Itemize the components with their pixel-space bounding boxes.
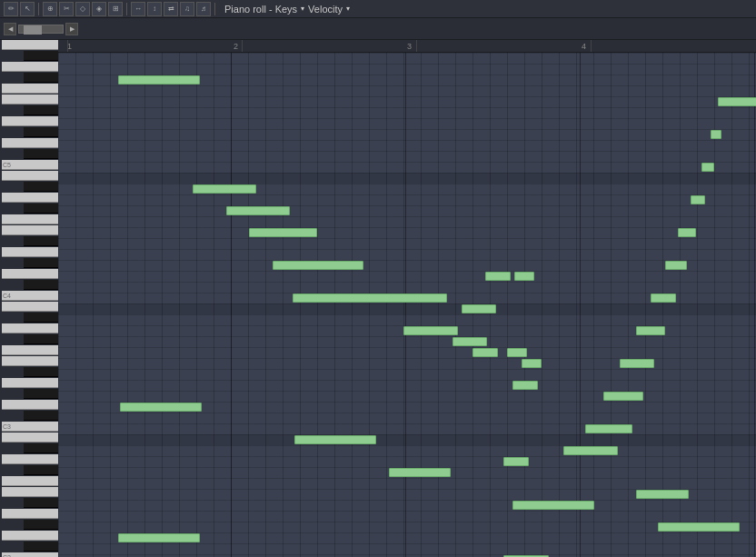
note-block[interactable]: [678, 228, 696, 237]
note-block[interactable]: [462, 304, 496, 313]
timeline-ruler: 12345: [58, 40, 756, 53]
note-block[interactable]: [522, 359, 542, 368]
beat-line: [580, 53, 581, 557]
note-block[interactable]: [472, 348, 498, 357]
piano-key-label: C4: [3, 293, 11, 299]
tool-select[interactable]: ↖: [20, 2, 35, 16]
note-block[interactable]: [512, 381, 538, 390]
c-row-highlight: [58, 173, 756, 184]
tool-pencil[interactable]: ✏: [4, 2, 18, 16]
separator-1: [38, 3, 39, 15]
window-title: Piano roll - Keys: [224, 4, 297, 15]
main-area: C5C4C3C2 12345: [0, 40, 756, 557]
note-block[interactable]: [193, 184, 256, 194]
note-block[interactable]: [620, 359, 654, 368]
note-block[interactable]: [403, 326, 458, 335]
separator-3: [214, 3, 215, 15]
window-title-area: Piano roll - Keys ▾ Velocity ▾: [224, 4, 350, 15]
note-block[interactable]: [503, 457, 529, 466]
c-row-highlight: [58, 303, 756, 314]
beat-line-ruler: [591, 40, 592, 52]
beat-line: [231, 53, 232, 557]
note-block[interactable]: [651, 293, 676, 303]
beat-line-ruler: [242, 40, 243, 52]
velocity-label: Velocity: [308, 4, 343, 15]
note-block[interactable]: [603, 392, 643, 401]
tool-flip-v[interactable]: ↕: [147, 2, 162, 16]
tool-chord[interactable]: ♫: [180, 2, 194, 16]
keys-dropdown-arrow[interactable]: ▾: [301, 5, 304, 13]
piano-keyboard: C5C4C3C2: [0, 40, 58, 557]
beat-line-ruler: [416, 40, 417, 52]
note-block[interactable]: [453, 337, 487, 346]
grid-container: 12345: [58, 40, 756, 557]
separator-2: [126, 3, 127, 15]
scroll-right-btn[interactable]: ▶: [65, 23, 78, 35]
c-row-highlight: [58, 434, 756, 445]
tool-mute[interactable]: ◈: [92, 2, 106, 16]
note-block[interactable]: [485, 272, 511, 281]
note-block[interactable]: [249, 228, 317, 237]
note-block[interactable]: [636, 490, 689, 499]
note-block[interactable]: [293, 293, 447, 303]
scroll-left-btn[interactable]: ◀: [4, 23, 16, 35]
note-block[interactable]: [691, 195, 705, 204]
beat-line-ruler: [67, 40, 68, 52]
beat-line: [754, 53, 755, 557]
beat-line: [405, 53, 406, 557]
note-block[interactable]: [507, 348, 527, 357]
note-block[interactable]: [120, 403, 202, 412]
piano-key-label: C3: [3, 423, 11, 430]
velocity-dropdown-arrow[interactable]: ▾: [346, 5, 350, 13]
note-grid[interactable]: [58, 53, 756, 557]
tool-zoom[interactable]: ⊞: [108, 2, 123, 16]
main-toolbar: ✏ ↖ ⊕ ✂ ◇ ◈ ⊞ ↔ ↕ ⇄ ♫ ♬ Piano roll - Key…: [0, 0, 756, 18]
note-block[interactable]: [665, 261, 687, 270]
note-block[interactable]: [658, 522, 740, 532]
tool-glue[interactable]: ◇: [75, 2, 90, 16]
zoom-slider[interactable]: [18, 25, 64, 34]
tool-magnet[interactable]: ⊕: [43, 2, 57, 16]
note-block[interactable]: [514, 272, 534, 281]
note-block[interactable]: [226, 206, 290, 215]
note-block[interactable]: [118, 75, 200, 85]
ruler-mark: 2: [234, 42, 238, 51]
ruler-mark: 3: [407, 42, 412, 51]
note-block[interactable]: [585, 424, 632, 433]
tool-reverse[interactable]: ⇄: [164, 2, 178, 16]
secondary-toolbar: ◀ ▶: [0, 18, 756, 40]
note-block[interactable]: [294, 435, 376, 444]
note-block[interactable]: [389, 468, 451, 477]
ruler-mark: 4: [582, 42, 586, 51]
note-block[interactable]: [118, 533, 200, 542]
note-block[interactable]: [718, 97, 756, 106]
note-block[interactable]: [273, 261, 363, 270]
piano-key-label: C5: [3, 162, 11, 168]
zoom-slider-thumb[interactable]: [24, 25, 42, 35]
note-block[interactable]: [701, 163, 714, 172]
note-block[interactable]: [711, 130, 721, 139]
tool-arp[interactable]: ♬: [196, 2, 211, 16]
note-block[interactable]: [636, 326, 665, 335]
tool-cut[interactable]: ✂: [59, 2, 74, 16]
note-block[interactable]: [512, 501, 594, 510]
note-block[interactable]: [563, 446, 618, 455]
tool-flip-h[interactable]: ↔: [131, 2, 145, 16]
